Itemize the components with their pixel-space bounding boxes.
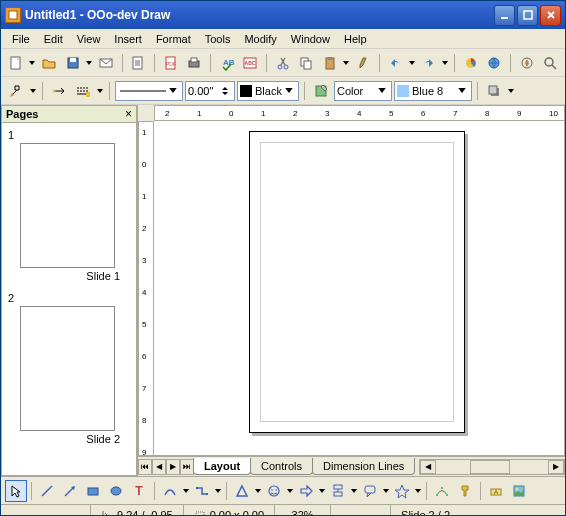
tab-next-button[interactable]: ▶ <box>166 459 180 475</box>
shadow-button[interactable] <box>483 80 505 102</box>
maximize-button[interactable] <box>517 5 538 26</box>
save-button[interactable] <box>62 52 83 74</box>
menu-edit[interactable]: Edit <box>37 31 70 47</box>
status-mode <box>1 505 91 516</box>
undo-button[interactable] <box>385 52 406 74</box>
connector-tool[interactable] <box>191 480 213 502</box>
export-pdf-button[interactable]: PDF <box>160 52 181 74</box>
tab-last-button[interactable]: ⏭ <box>180 459 194 475</box>
copy-button[interactable] <box>295 52 316 74</box>
menu-modify[interactable]: Modify <box>237 31 283 47</box>
stars-tool[interactable] <box>391 480 413 502</box>
status-insert-mode[interactable] <box>331 505 391 516</box>
symbol-shapes-dropdown[interactable] <box>286 480 294 502</box>
from-file-button[interactable] <box>508 480 530 502</box>
tab-layout[interactable]: Layout <box>193 458 251 475</box>
svg-point-40 <box>275 489 277 491</box>
drawing-canvas[interactable] <box>154 121 565 456</box>
arrow-line-tool[interactable] <box>59 480 81 502</box>
connector-dropdown[interactable] <box>214 480 222 502</box>
slide-thumb-1[interactable]: 1 Slide 1 <box>6 127 132 282</box>
flowchart-dropdown[interactable] <box>350 480 358 502</box>
fontwork-button[interactable]: A <box>485 480 507 502</box>
toolbar-overflow[interactable] <box>507 80 515 102</box>
tab-first-button[interactable]: ⏮ <box>138 459 152 475</box>
auto-spellcheck-button[interactable]: ABC <box>239 52 260 74</box>
undo-dropdown[interactable] <box>408 52 416 74</box>
basic-shapes-dropdown[interactable] <box>254 480 262 502</box>
glue-points-tool[interactable] <box>454 480 476 502</box>
cut-button[interactable] <box>272 52 293 74</box>
scroll-left-button[interactable]: ◀ <box>420 460 436 474</box>
menu-insert[interactable]: Insert <box>107 31 149 47</box>
zoom-button[interactable] <box>539 52 560 74</box>
save-dropdown[interactable] <box>85 52 93 74</box>
stars-dropdown[interactable] <box>414 480 422 502</box>
spellcheck-button[interactable]: ABC <box>216 52 237 74</box>
print-button[interactable] <box>183 52 204 74</box>
arrow-style-dropdown[interactable] <box>29 80 37 102</box>
new-dropdown[interactable] <box>28 52 36 74</box>
menu-help[interactable]: Help <box>337 31 374 47</box>
menu-window[interactable]: Window <box>284 31 337 47</box>
email-button[interactable] <box>95 52 116 74</box>
chart-button[interactable] <box>460 52 481 74</box>
basic-shapes-tool[interactable] <box>231 480 253 502</box>
fill-color-select[interactable]: Blue 8 <box>394 81 472 101</box>
minimize-button[interactable] <box>494 5 515 26</box>
navigator-button[interactable] <box>516 52 537 74</box>
menu-view[interactable]: View <box>70 31 108 47</box>
horizontal-ruler[interactable]: 21012345678910 <box>154 105 565 121</box>
curve-dropdown[interactable] <box>182 480 190 502</box>
block-arrows-dropdown[interactable] <box>318 480 326 502</box>
ellipse-tool[interactable] <box>105 480 127 502</box>
arrow-style-button[interactable] <box>5 80 27 102</box>
flowchart-tool[interactable] <box>327 480 349 502</box>
slide-thumb-2[interactable]: 2 Slide 2 <box>6 290 132 445</box>
area-button[interactable] <box>310 80 332 102</box>
tab-prev-button[interactable]: ◀ <box>152 459 166 475</box>
line-color-select[interactable]: Black <box>237 81 299 101</box>
horizontal-scrollbar[interactable]: ◀ ▶ <box>419 459 565 475</box>
line-style-dropdown[interactable] <box>96 80 104 102</box>
format-paintbrush-button[interactable] <box>352 52 373 74</box>
hyperlink-button[interactable] <box>484 52 505 74</box>
block-arrows-tool[interactable] <box>295 480 317 502</box>
fill-style-select[interactable]: Color <box>334 81 392 101</box>
tab-dimension-lines[interactable]: Dimension Lines <box>312 458 415 475</box>
paste-button[interactable] <box>319 52 340 74</box>
paste-dropdown[interactable] <box>342 52 350 74</box>
menu-file[interactable]: File <box>5 31 37 47</box>
status-zoom[interactable]: 32% <box>275 505 331 516</box>
callouts-tool[interactable] <box>359 480 381 502</box>
text-tool[interactable]: T <box>128 480 150 502</box>
scroll-right-button[interactable]: ▶ <box>548 460 564 474</box>
redo-dropdown[interactable] <box>441 52 449 74</box>
curve-tool[interactable] <box>159 480 181 502</box>
scroll-thumb[interactable] <box>470 460 510 474</box>
vertical-ruler[interactable]: 10123456789 <box>138 121 154 456</box>
redo-button[interactable] <box>418 52 439 74</box>
symbol-shapes-tool[interactable] <box>263 480 285 502</box>
callouts-dropdown[interactable] <box>382 480 390 502</box>
select-tool[interactable] <box>5 480 27 502</box>
line-width-select[interactable]: 0.00" <box>185 81 235 101</box>
rectangle-tool[interactable] <box>82 480 104 502</box>
line-style-button[interactable] <box>72 80 94 102</box>
line-tool[interactable] <box>36 480 58 502</box>
svg-rect-5 <box>70 58 76 62</box>
menu-format[interactable]: Format <box>149 31 198 47</box>
new-button[interactable] <box>5 52 26 74</box>
line-endstyle-button[interactable] <box>48 80 70 102</box>
edit-file-button[interactable] <box>128 52 149 74</box>
window-title: Untitled1 - OOo-dev Draw <box>25 8 494 22</box>
tab-controls[interactable]: Controls <box>250 458 313 475</box>
menu-tools[interactable]: Tools <box>198 31 238 47</box>
points-tool[interactable] <box>431 480 453 502</box>
pages-title: Pages <box>6 108 38 120</box>
slide-label: Slide 1 <box>6 270 132 282</box>
line-style-select[interactable] <box>115 81 183 101</box>
close-button[interactable] <box>540 5 561 26</box>
pages-close-button[interactable]: × <box>125 107 132 121</box>
open-button[interactable] <box>38 52 59 74</box>
